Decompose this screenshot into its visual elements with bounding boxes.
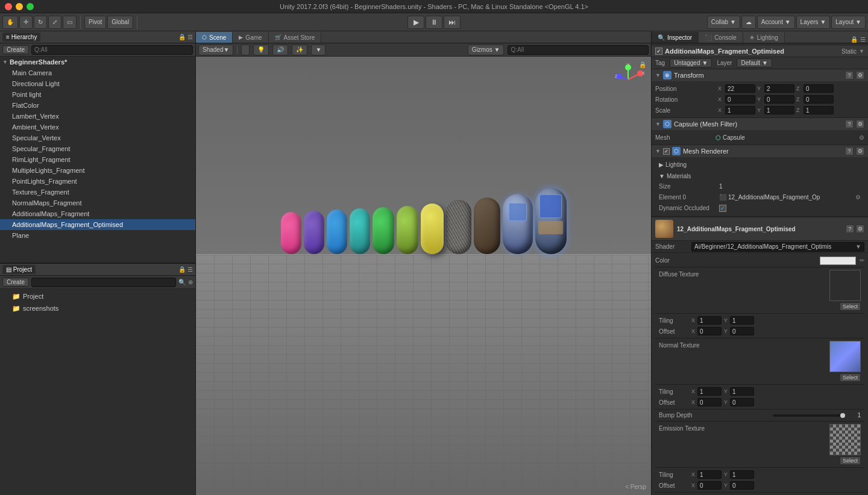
position-y-input[interactable] [764, 84, 794, 93]
step-button[interactable]: ⏭ [444, 16, 461, 29]
inspector-menu-button[interactable]: ☰ [860, 36, 866, 43]
hierarchy-create-button[interactable]: Create [2, 45, 29, 54]
viewport-lock-button[interactable]: 🔒 [639, 61, 646, 68]
list-item[interactable]: PointLights_Fragment [0, 176, 195, 187]
materials-sub-header[interactable]: ▼ Materials [659, 172, 861, 181]
pause-button[interactable]: ⏸ [426, 16, 442, 29]
bump-depth-thumb[interactable] [840, 413, 845, 418]
collab-button[interactable]: Collab ▼ [707, 16, 740, 29]
maximize-button[interactable] [27, 3, 34, 10]
project-search-button[interactable]: 🔍 [178, 279, 186, 285]
material-settings-button[interactable]: ⚙ [856, 225, 864, 233]
emission-tiling-y-input[interactable] [730, 470, 754, 479]
layout-button[interactable]: Layout ▼ [831, 16, 866, 29]
list-item[interactable]: Plane [0, 230, 195, 241]
hierarchy-lock-button[interactable]: 🔒 [178, 34, 186, 40]
scale-y-input[interactable] [764, 106, 794, 114]
list-item[interactable]: Main Camera [0, 67, 195, 78]
project-search-input[interactable] [31, 278, 176, 287]
mesh-renderer-checkbox[interactable]: ✓ [663, 148, 670, 155]
scene-tab-asset-store[interactable]: 🛒Asset Store [269, 32, 322, 43]
diffuse-tiling-x-input[interactable] [697, 316, 722, 325]
static-dropdown[interactable]: ▼ [859, 48, 864, 54]
list-item[interactable]: ▼BeginnerShaders* [0, 57, 195, 67]
play-button[interactable]: ▶ [407, 16, 424, 29]
mesh-renderer-header[interactable]: ▼ ✓ ⬡ Mesh Renderer ? ⚙ [652, 145, 868, 157]
bump-depth-slider[interactable] [773, 414, 845, 417]
scale-z-input[interactable] [804, 106, 834, 114]
list-item[interactable]: 📁Project [0, 290, 195, 302]
list-item[interactable]: AdditionalMaps_Fragment_Optimised [0, 219, 195, 230]
list-item[interactable]: Lambert_Vertex [0, 111, 195, 122]
diffuse-texture-thumb[interactable] [829, 270, 861, 301]
transform-settings-button[interactable]: ⚙ [856, 71, 864, 79]
tag-dropdown[interactable]: Untagged ▼ [670, 58, 712, 67]
list-item[interactable]: RimLight_Fragment [0, 154, 195, 165]
list-item[interactable]: Ambient_Vertex [0, 122, 195, 132]
layer-dropdown[interactable]: Default ▼ [737, 58, 772, 67]
scene-more-button[interactable]: ▼ [311, 45, 326, 55]
list-item[interactable]: AdditionalMaps_Fragment [0, 208, 195, 219]
scene-tab-game[interactable]: ▶Game [233, 32, 268, 43]
material-docs-button[interactable]: ? [846, 225, 854, 233]
mesh-renderer-settings-button[interactable]: ⚙ [856, 147, 864, 155]
scale-x-input[interactable] [725, 106, 755, 114]
emission-select-button[interactable]: Select [840, 456, 861, 465]
shaded-button[interactable]: Shaded ▼ [198, 45, 233, 55]
emission-texture-thumb[interactable] [829, 424, 861, 455]
diffuse-tiling-y-input[interactable] [730, 316, 754, 325]
color-swatch[interactable] [820, 257, 856, 265]
position-z-input[interactable] [804, 84, 834, 93]
transform-docs-button[interactable]: ? [845, 71, 854, 79]
pivot-button[interactable]: Pivot [84, 16, 106, 29]
list-item[interactable]: Directional Light [0, 78, 195, 89]
gameobject-active-checkbox[interactable]: ✓ [655, 48, 662, 55]
list-item[interactable]: Point light [0, 89, 195, 100]
close-button[interactable] [5, 3, 12, 10]
lighting-tab[interactable]: ☀ Lighting [743, 32, 785, 43]
emission-offset-y-input[interactable] [730, 481, 754, 490]
color-edit-icon[interactable]: ✏ [860, 257, 864, 264]
mesh-filter-header[interactable]: ▼ ⬡ Capsule (Mesh Filter) ? ⚙ [652, 118, 868, 130]
minimize-button[interactable] [16, 3, 23, 10]
hierarchy-search-input[interactable] [31, 45, 193, 55]
normal-offset-x-input[interactable] [697, 398, 722, 406]
account-button[interactable]: Account ▼ [757, 16, 795, 29]
mesh-renderer-docs-button[interactable]: ? [845, 147, 854, 155]
mesh-settings-icon[interactable]: ⚙ [859, 134, 864, 141]
dynamic-occluded-checkbox[interactable]: ✓ [719, 205, 726, 212]
rect-tool[interactable]: ▭ [63, 16, 77, 29]
normal-tiling-y-input[interactable] [730, 387, 754, 396]
element0-settings[interactable]: ⚙ [855, 194, 861, 201]
scene-light-button[interactable]: 💡 [253, 45, 269, 55]
inspector-tab[interactable]: 🔍 Inspector [652, 32, 699, 43]
list-item[interactable]: 📁screenshots [0, 302, 195, 314]
emission-tiling-x-input[interactable] [697, 470, 722, 479]
rotation-y-input[interactable] [764, 95, 794, 104]
gizmos-button[interactable]: Gizmos ▼ [468, 45, 505, 55]
normal-texture-thumb[interactable] [829, 341, 861, 372]
scene-effect-button[interactable]: ✨ [292, 45, 307, 55]
hierarchy-menu-button[interactable]: ☰ [187, 34, 193, 40]
layers-button[interactable]: Layers ▼ [796, 16, 831, 29]
diffuse-offset-x-input[interactable] [697, 327, 722, 335]
cloud-button[interactable]: ☁ [741, 16, 756, 29]
normal-tiling-x-input[interactable] [697, 387, 722, 396]
hierarchy-list[interactable]: ▼BeginnerShaders*Main CameraDirectional … [0, 57, 195, 263]
project-lock-button[interactable]: 🔒 [178, 266, 186, 273]
project-tab[interactable]: ▤ Project [2, 265, 36, 274]
scene-tab-scene[interactable]: ⬡Scene [196, 32, 233, 43]
emission-offset-x-input[interactable] [697, 481, 722, 490]
project-filter-button[interactable]: ⊕ [188, 279, 193, 285]
normal-offset-y-input[interactable] [730, 398, 754, 406]
list-item[interactable]: MultipleLights_Fragment [0, 165, 195, 176]
scene-audio-button[interactable]: 🔊 [272, 45, 288, 55]
scene-search-input[interactable] [508, 45, 649, 55]
mesh-filter-docs-button[interactable]: ? [845, 120, 854, 128]
diffuse-select-button[interactable]: Select [840, 302, 861, 311]
global-button[interactable]: Global [107, 16, 133, 29]
diffuse-offset-y-input[interactable] [730, 327, 754, 335]
project-menu-button[interactable]: ☰ [187, 266, 193, 273]
list-item[interactable]: Textures_Fragment [0, 187, 195, 198]
rotate-tool[interactable]: ↻ [34, 16, 47, 29]
